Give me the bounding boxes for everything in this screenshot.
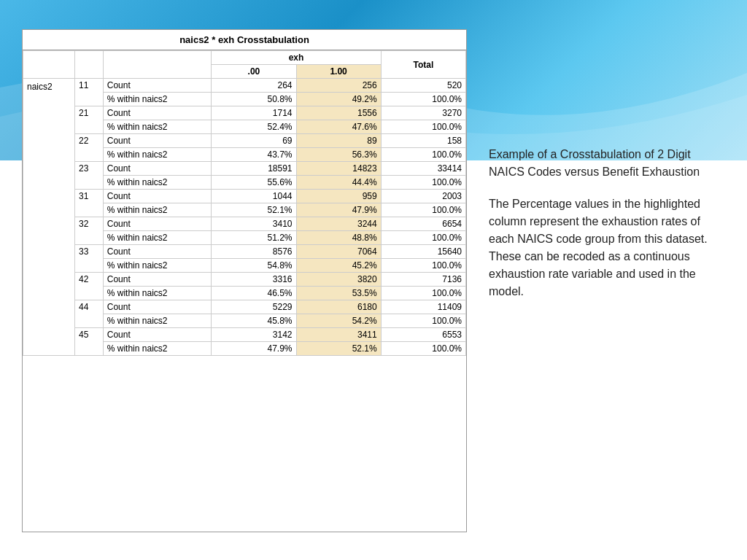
group-label: 42 — [75, 273, 104, 300]
pct-label: % within naics2 — [103, 203, 212, 217]
pct-total: 100.0% — [381, 203, 465, 217]
pct-00: 50.8% — [212, 93, 296, 106]
count-00: 18591 — [212, 162, 296, 176]
group-label: 21 — [75, 106, 104, 134]
pct-label: % within naics2 — [103, 93, 212, 106]
label-header — [103, 51, 212, 79]
pct-total: 100.0% — [381, 120, 465, 134]
group-label: 32 — [75, 217, 104, 245]
count-00: 3316 — [212, 273, 296, 287]
pct-00: 47.9% — [212, 342, 296, 356]
pct-total: 100.0% — [381, 342, 465, 356]
pct-100: 56.3% — [296, 148, 381, 162]
pct-label: % within naics2 — [103, 120, 212, 134]
count-total: 7136 — [381, 273, 465, 287]
pct-100: 48.8% — [296, 231, 381, 245]
pct-00: 51.2% — [212, 231, 296, 245]
count-00: 3410 — [212, 217, 296, 231]
main-content: naics2 * exh Crosstabulation exh Total .… — [0, 0, 747, 560]
pct-100: 47.9% — [296, 203, 381, 217]
count-100: 3244 — [296, 217, 381, 231]
pct-total: 100.0% — [381, 287, 465, 300]
pct-label: % within naics2 — [103, 342, 212, 356]
pct-100: 54.2% — [296, 314, 381, 328]
group-label: 11 — [75, 79, 104, 106]
total-header: Total — [381, 51, 465, 79]
count-100: 959 — [296, 190, 381, 203]
pct-total: 100.0% — [381, 259, 465, 273]
count-00: 1714 — [212, 106, 296, 120]
pct-00: 45.8% — [212, 314, 296, 328]
count-label: Count — [103, 328, 212, 342]
count-00: 1044 — [212, 190, 296, 203]
count-total: 520 — [381, 79, 465, 93]
crosstab-table-panel: naics2 * exh Crosstabulation exh Total .… — [22, 29, 467, 532]
group-label: 44 — [75, 300, 104, 328]
count-100: 1556 — [296, 106, 381, 120]
pct-00: 52.1% — [212, 203, 296, 217]
pct-total: 100.0% — [381, 231, 465, 245]
count-total: 6654 — [381, 217, 465, 231]
pct-label: % within naics2 — [103, 287, 212, 300]
count-total: 158 — [381, 134, 465, 148]
naics2-label: naics2 — [23, 79, 75, 356]
pct-00: 46.5% — [212, 287, 296, 300]
pct-label: % within naics2 — [103, 231, 212, 245]
description-paragraph2: The Percentage values in the highlighted… — [489, 195, 725, 300]
pct-label: % within naics2 — [103, 314, 212, 328]
count-label: Count — [103, 106, 212, 120]
count-label: Count — [103, 190, 212, 203]
col-00-header: .00 — [212, 65, 296, 79]
pct-100: 49.2% — [296, 93, 381, 106]
description-paragraph1: Example of a Crosstabulation of 2 Digit … — [489, 146, 725, 181]
count-label: Count — [103, 79, 212, 93]
count-total: 15640 — [381, 245, 465, 259]
group-label: 33 — [75, 245, 104, 273]
count-label: Count — [103, 245, 212, 259]
count-total: 3270 — [381, 106, 465, 120]
exh-header: exh — [212, 51, 381, 65]
pct-total: 100.0% — [381, 93, 465, 106]
pct-label: % within naics2 — [103, 176, 212, 190]
pct-total: 100.0% — [381, 176, 465, 190]
pct-100: 45.2% — [296, 259, 381, 273]
count-00: 264 — [212, 79, 296, 93]
pct-label: % within naics2 — [103, 148, 212, 162]
crosstab-table: exh Total .00 1.00 naics211Count26425652… — [23, 50, 466, 356]
pct-00: 55.6% — [212, 176, 296, 190]
col-100-header: 1.00 — [296, 65, 381, 79]
count-100: 6180 — [296, 300, 381, 314]
count-00: 69 — [212, 134, 296, 148]
naics2-header — [23, 51, 75, 79]
pct-100: 47.6% — [296, 120, 381, 134]
count-100: 3820 — [296, 273, 381, 287]
table-title: naics2 * exh Crosstabulation — [23, 30, 466, 50]
count-total: 2003 — [381, 190, 465, 203]
pct-00: 43.7% — [212, 148, 296, 162]
count-100: 89 — [296, 134, 381, 148]
count-00: 8576 — [212, 245, 296, 259]
pct-100: 52.1% — [296, 342, 381, 356]
pct-00: 54.8% — [212, 259, 296, 273]
group-label: 45 — [75, 328, 104, 356]
subcat-header — [75, 51, 104, 79]
pct-00: 52.4% — [212, 120, 296, 134]
count-label: Count — [103, 134, 212, 148]
description-panel: Example of a Crosstabulation of 2 Digit … — [489, 29, 725, 545]
count-label: Count — [103, 273, 212, 287]
pct-total: 100.0% — [381, 314, 465, 328]
count-total: 11409 — [381, 300, 465, 314]
pct-label: % within naics2 — [103, 259, 212, 273]
count-label: Count — [103, 162, 212, 176]
count-label: Count — [103, 217, 212, 231]
count-total: 33414 — [381, 162, 465, 176]
group-label: 31 — [75, 190, 104, 217]
count-100: 3411 — [296, 328, 381, 342]
count-00: 5229 — [212, 300, 296, 314]
group-label: 23 — [75, 162, 104, 190]
count-total: 6553 — [381, 328, 465, 342]
pct-total: 100.0% — [381, 148, 465, 162]
group-label: 22 — [75, 134, 104, 162]
count-label: Count — [103, 300, 212, 314]
count-100: 7064 — [296, 245, 381, 259]
